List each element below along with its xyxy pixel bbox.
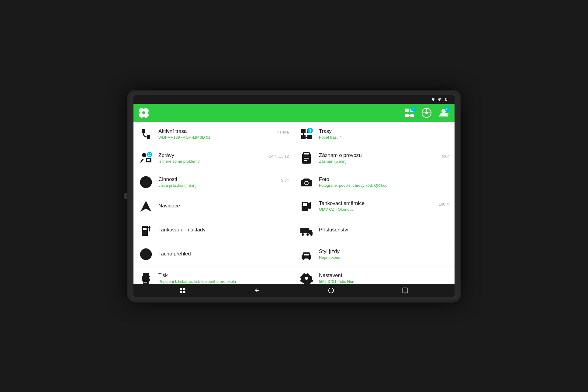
svg-rect-51 xyxy=(308,203,311,209)
menu-item-main-navigace: Navigace xyxy=(158,203,289,209)
menu-item-title-zaznam-provozu: Záznam o provozu xyxy=(319,152,362,158)
menu-item-title-trasy: Trasy xyxy=(319,128,332,134)
menu-item-subtitle-styl-jizdy: Nepřipojeno xyxy=(319,255,340,260)
svg-line-52 xyxy=(310,202,311,203)
svg-point-16 xyxy=(425,112,428,114)
profile-toolbar-button[interactable]: 10 10 xyxy=(436,105,451,121)
back-nav-button[interactable] xyxy=(251,285,263,296)
menu-item-content-tisk: Tisk Připojení k tiskárně, tisk teplotní… xyxy=(158,272,289,284)
svg-point-42 xyxy=(144,181,147,184)
menu-item-prislusenstvi[interactable]: Příslušenství xyxy=(294,218,455,242)
svg-rect-71 xyxy=(144,282,147,283)
menu-item-title-tankovaci-smernice: Tankovací směrnice xyxy=(319,200,365,206)
menu-item-content-tankovani-naklady: Tankování – náklady xyxy=(158,227,289,233)
svg-rect-76 xyxy=(180,291,182,293)
menu-item-tankovani-naklady[interactable]: Tankování – náklady xyxy=(133,218,294,242)
menu-item-tisk[interactable]: Tisk Připojení k tiskárně, tisk teplotní… xyxy=(133,266,294,284)
menu-item-subtitle-trasy: Počet tras: 7 xyxy=(319,135,341,140)
menu-item-navigace[interactable]: Navigace xyxy=(133,194,294,218)
menu-item-subtitle-tisk: Připojení k tiskárně, tisk teplotního pr… xyxy=(158,279,236,283)
app-logo-button[interactable] xyxy=(137,106,151,120)
svg-point-57 xyxy=(310,233,313,236)
menu-item-subtitle-nastaveni: 5M2 3721, řidič Huml xyxy=(319,279,356,283)
menu-item-title-prislusenstvi: Příslušenství xyxy=(319,227,348,233)
toolbar-actions: 3 xyxy=(402,105,451,121)
menu-item-main-trasy: Trasy xyxy=(319,128,450,134)
menu-item-title-tacho-prehled: Tacho přehled xyxy=(158,251,191,257)
menu-item-meta-zpravy: 24.4. 13:12 xyxy=(269,154,289,158)
menu-item-content-zpravy: Zprávy 24.4. 13:12 is there some problem… xyxy=(158,152,289,164)
menu-item-icon-trasy: 3 xyxy=(299,127,314,142)
svg-rect-79 xyxy=(403,288,408,293)
menu-item-icon-nastaveni xyxy=(299,271,314,284)
battery-icon xyxy=(443,97,449,102)
svg-rect-40 xyxy=(303,152,310,155)
menu-item-meta-aktivni-trasa: > Hella xyxy=(276,130,289,134)
svg-point-12 xyxy=(406,109,408,111)
menu-item-meta-tankovaci-smernice: 160 m xyxy=(439,202,450,206)
menu-item-main-foto: Foto xyxy=(319,176,450,182)
menu-item-tacho-prehled[interactable]: 0120 Tacho přehled xyxy=(133,242,294,266)
menu-item-icon-tankovani-naklady xyxy=(138,223,154,238)
status-icons xyxy=(431,97,451,102)
menu-item-title-nastaveni: Nastavení xyxy=(319,272,342,279)
menu-item-content-navigace: Navigace xyxy=(158,203,289,209)
menu-item-zaznam-provozu[interactable]: Záznam o provozu 9:04 Záznam (5 min) xyxy=(294,146,455,170)
menu-item-icon-navigace xyxy=(138,199,154,214)
menu-item-icon-tisk xyxy=(138,271,154,284)
menu-item-main-aktivni-trasa: Aktivní trasa > Hella xyxy=(158,128,289,134)
menu-item-foto[interactable]: Foto Fotografie, podpis, čárový kód, QR … xyxy=(294,170,455,194)
camera-dot xyxy=(124,193,127,199)
menu-item-content-prislusenstvi: Příslušenství xyxy=(319,227,450,233)
menu-item-content-tankovaci-smernice: Tankovací směrnice 160 m OMV CZ - Olomou… xyxy=(319,200,450,212)
tablet-screen: 3 xyxy=(133,95,455,297)
svg-rect-70 xyxy=(144,281,148,281)
menu-item-title-aktivni-trasa: Aktivní trasa xyxy=(158,128,187,134)
menu-item-trasy[interactable]: 3 Trasy Počet tras: 7 xyxy=(294,122,455,146)
toolbar: 3 xyxy=(133,104,455,122)
menu-item-title-foto: Foto xyxy=(319,176,329,182)
tablet-device: 3 xyxy=(127,90,461,303)
menu-item-content-nastaveni: Nastavení 5M2 3721, řidič Huml xyxy=(319,272,450,284)
menu-item-main-prislusenstvi: Příslušenství xyxy=(319,227,450,233)
status-bar xyxy=(133,95,455,104)
menu-item-subtitle-zpravy: is there some problem? xyxy=(158,159,200,164)
menu-item-tankovaci-smernice[interactable]: Tankovací směrnice 160 m OMV CZ - Olomou… xyxy=(294,194,455,218)
svg-point-64 xyxy=(302,257,305,260)
menu-item-meta-zaznam-provozu: 9:04 xyxy=(442,154,450,158)
menu-item-subtitle-aktivni-trasa: WDFMV189 -MOH-LIP 3D 01 xyxy=(158,135,210,140)
svg-rect-50 xyxy=(303,203,307,206)
menu-item-content-zaznam-provozu: Záznam o provozu 9:04 Záznam (5 min) xyxy=(319,152,450,164)
menu-item-aktivni-trasa[interactable]: Aktivní trasa > Hella WDFMV189 -MOH-LIP … xyxy=(133,122,294,146)
main-content: Aktivní trasa > Hella WDFMV189 -MOH-LIP … xyxy=(133,122,455,284)
menu-item-cinnosti[interactable]: Činnosti 9:04 Jízda prázdná (4 min) xyxy=(133,170,294,194)
menu-item-content-cinnosti: Činnosti 9:04 Jízda prázdná (4 min) xyxy=(158,176,289,188)
menu-item-nastaveni[interactable]: Nastavení 5M2 3721, řidič Huml xyxy=(294,266,455,284)
svg-point-72 xyxy=(149,277,150,279)
menu-item-subtitle-cinnosti: Jízda prázdná (4 min) xyxy=(158,183,197,188)
logo-icon xyxy=(137,106,150,120)
menu-item-subtitle-tankovaci-smernice: OMV CZ - Olomouc xyxy=(319,207,354,212)
menu-item-subtitle-zaznam-provozu: Záznam (5 min) xyxy=(319,159,347,164)
menu-item-main-tankovani-naklady: Tankování – náklady xyxy=(158,227,289,233)
menu-grid: Aktivní trasa > Hella WDFMV189 -MOH-LIP … xyxy=(133,122,455,284)
menu-item-content-aktivni-trasa: Aktivní trasa > Hella WDFMV189 -MOH-LIP … xyxy=(158,128,289,140)
menu-item-main-nastaveni: Nastavení xyxy=(319,272,450,279)
menu-item-title-tankovani-naklady: Tankování – náklady xyxy=(158,227,206,233)
svg-point-56 xyxy=(306,233,309,236)
menu-item-main-cinnosti: Činnosti 9:04 xyxy=(158,176,289,182)
routes-toolbar-button[interactable]: 3 xyxy=(402,105,417,121)
overview-nav-button[interactable] xyxy=(177,285,189,296)
menu-item-icon-tankovaci-smernice xyxy=(299,199,314,214)
menu-item-meta-cinnosti: 9:04 xyxy=(281,178,289,182)
menu-item-icon-zaznam-provozu xyxy=(299,151,314,166)
menu-item-zpravy[interactable]: 10 Zprávy 24.4. 13:12 is there some prob… xyxy=(133,146,294,170)
menu-item-title-navigace: Navigace xyxy=(158,203,180,209)
home-nav-button[interactable] xyxy=(325,285,337,296)
svg-point-65 xyxy=(308,257,311,260)
steering-toolbar-button[interactable] xyxy=(419,105,434,121)
recent-nav-button[interactable] xyxy=(399,285,411,296)
menu-item-styl-jizdy[interactable]: Styl jízdy Nepřipojeno xyxy=(294,242,455,266)
menu-item-main-tankovaci-smernice: Tankovací směrnice 160 m xyxy=(319,200,450,206)
svg-point-31 xyxy=(142,153,146,157)
